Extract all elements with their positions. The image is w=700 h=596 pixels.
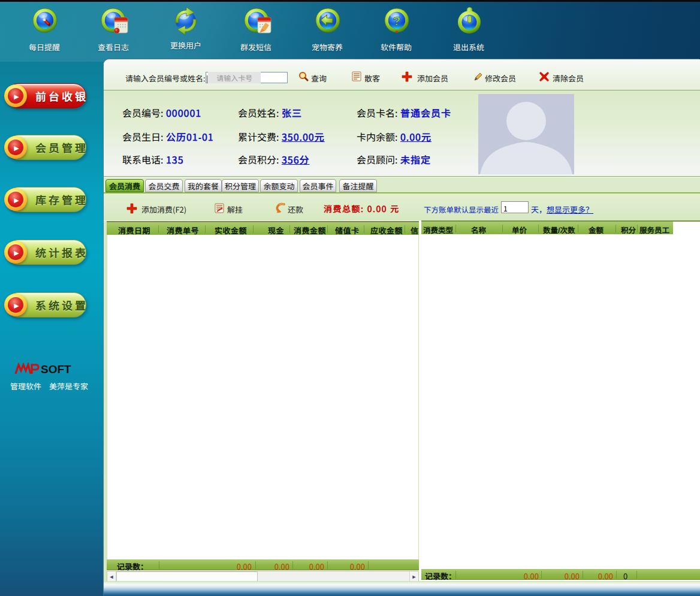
- svg-text:SOFT: SOFT: [41, 363, 71, 376]
- svg-text:?: ?: [393, 14, 401, 28]
